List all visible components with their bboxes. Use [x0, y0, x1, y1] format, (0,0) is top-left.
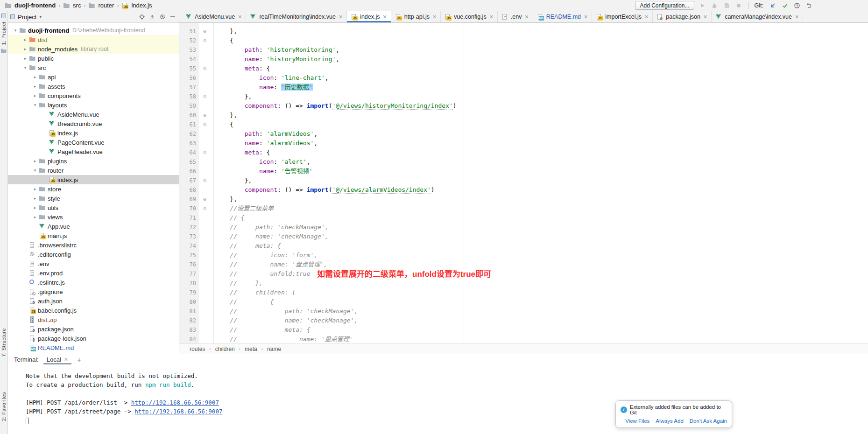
fold-marker-icon[interactable]: ⊖	[196, 204, 213, 213]
chevron-right-icon[interactable]: ▸	[31, 159, 39, 163]
code-line[interactable]: 71 // {	[179, 213, 868, 223]
tree-item[interactable]: PageHeader.vue	[8, 147, 179, 156]
code-line[interactable]: 53 path: 'historyMonitoring',	[179, 45, 868, 55]
code-line[interactable]: 77 // unfold:true	[179, 269, 868, 279]
chevron-down-icon[interactable]: ▾	[21, 65, 29, 70]
tree-item[interactable]: ▸assets	[8, 82, 179, 91]
chevron-right-icon[interactable]: ▸	[21, 47, 29, 51]
code-line[interactable]: 75 // icon: 'form',	[179, 251, 868, 260]
tree-item[interactable]: ▾src	[8, 63, 179, 72]
tree-item[interactable]: ▾layouts	[8, 100, 179, 110]
close-icon[interactable]: ✕	[339, 14, 343, 20]
editor-tab[interactable]: JSvue.config.js✕	[441, 11, 498, 22]
breadcrumb-item[interactable]: index.js	[131, 2, 152, 9]
tree-item[interactable]: ▸api	[8, 72, 179, 82]
tree-item[interactable]: ▾router	[8, 166, 179, 175]
code-line[interactable]: 55⊖ meta: {	[179, 64, 868, 73]
code-line[interactable]: 57 name: '历史数据'	[179, 83, 868, 92]
tree-item[interactable]: ▸node_moduleslibrary root	[8, 44, 179, 54]
tree-item[interactable]: .env.prod	[8, 268, 179, 278]
editor-tab[interactable]: JShttp-api.js✕	[391, 11, 441, 22]
chevron-down-icon[interactable]: ▾	[31, 103, 39, 107]
close-icon[interactable]: ✕	[703, 14, 707, 20]
tree-item[interactable]: Breadcrumb.vue	[8, 119, 179, 128]
chevron-right-icon[interactable]: ▸	[21, 56, 29, 61]
close-icon[interactable]: ✕	[64, 357, 68, 363]
fold-marker-icon[interactable]: ⊖	[196, 176, 213, 185]
tree-item[interactable]: App.vue	[8, 222, 179, 231]
tree-item[interactable]: {}package.json	[8, 324, 179, 334]
tree-item[interactable]: .browserslistrc	[8, 240, 179, 250]
fold-marker-icon[interactable]: ⊖	[196, 148, 213, 157]
tree-item[interactable]: {}package-lock.json	[8, 334, 179, 343]
git-commit-icon[interactable]	[781, 1, 789, 9]
chevron-right-icon[interactable]: ▸	[31, 196, 39, 201]
editor-breadcrumb-item[interactable]: name	[267, 346, 281, 352]
code-line[interactable]: 54 name: 'historyMonitoring',	[179, 55, 868, 64]
chevron-right-icon[interactable]: ▸	[31, 93, 39, 98]
code-line[interactable]: 72 // path: 'checkManage',	[179, 223, 868, 232]
tree-item[interactable]: MDREADME.md	[8, 343, 179, 352]
editor-tab[interactable]: realTimeMonitoring\index.vue✕	[246, 11, 347, 22]
tree-item[interactable]: ▸views	[8, 212, 179, 222]
editor-tab[interactable]: AsideMenu.vue✕	[182, 11, 246, 22]
editor-breadcrumb-item[interactable]: children	[215, 346, 235, 352]
chevron-right-icon[interactable]: ▸	[31, 187, 39, 191]
code-line[interactable]: 78 // },	[179, 279, 868, 288]
notification-action-link[interactable]: Don't Ask Again	[690, 418, 727, 424]
fold-marker-icon[interactable]: ⊖	[196, 27, 213, 36]
code-line[interactable]: 69⊖ },	[179, 195, 868, 204]
code-line[interactable]: 62 path: 'alarmVideos',	[179, 129, 868, 139]
code-line[interactable]: 67⊖ },	[179, 176, 868, 185]
tree-item[interactable]: PageContent.vue	[8, 138, 179, 147]
code-line[interactable]: 51⊖ },	[179, 27, 868, 36]
chevron-right-icon[interactable]: ▸	[31, 75, 39, 79]
breadcrumb-item[interactable]: duoji-frontend	[14, 2, 56, 9]
close-icon[interactable]: ✕	[489, 14, 494, 20]
code-line[interactable]: 58⊖ },	[179, 92, 868, 101]
tree-item[interactable]: JSindex.js	[8, 175, 179, 184]
editor-tab[interactable]: JSimportExcel.js✕	[592, 11, 653, 22]
code-line[interactable]: 52⊖ {	[179, 36, 868, 45]
close-icon[interactable]: ✕	[795, 14, 799, 20]
tree-item[interactable]: dist.zip	[8, 315, 179, 324]
stripe-tab-favorites[interactable]: 2: Favorites	[1, 392, 7, 421]
git-rollback-icon[interactable]	[805, 1, 813, 9]
code-line[interactable]: 59 component: () => import('@/views/hist…	[179, 101, 868, 111]
tree-item[interactable]: JSindex.js	[8, 128, 179, 138]
tree-item[interactable]: AsideMenu.vue	[8, 110, 179, 119]
tree-item[interactable]: .env	[8, 259, 179, 268]
tree-item[interactable]: JSmain.js	[8, 231, 179, 240]
close-icon[interactable]: ✕	[432, 14, 437, 20]
fold-marker-icon[interactable]: ⊖	[196, 195, 213, 204]
project-view-selector[interactable]: Project	[18, 14, 36, 21]
tree-item[interactable]: ▾duoji-frontendD:\zheheWeb\duoji-fronten…	[8, 26, 179, 35]
tree-item[interactable]: ▸plugins	[8, 156, 179, 166]
tree-item[interactable]: .eslintrc.js	[8, 278, 179, 287]
close-icon[interactable]: ✕	[238, 14, 242, 20]
code-line[interactable]: 81 // path: 'checkManage',	[179, 307, 868, 316]
code-line[interactable]: 73 // name: 'checkManage',	[179, 232, 868, 241]
hide-panel-icon[interactable]	[169, 13, 176, 21]
code-line[interactable]: 61⊖ {	[179, 120, 868, 129]
add-configuration-button[interactable]: Add Configuration...	[635, 1, 694, 10]
chevron-right-icon[interactable]: ▸	[21, 37, 29, 42]
breadcrumb-item[interactable]: src	[73, 2, 81, 9]
stripe-tab-structure[interactable]: 7: Structure	[1, 328, 7, 357]
code-line[interactable]: 70⊖ //设置二级菜单	[179, 204, 868, 213]
chevron-right-icon[interactable]: ▸	[31, 84, 39, 89]
fold-marker-icon[interactable]: ⊖	[196, 64, 213, 73]
code-line[interactable]: 68 component: () => import('@/views/alar…	[179, 185, 868, 195]
code-line[interactable]: 60⊖ },	[179, 111, 868, 120]
terminal-link[interactable]: http://192.168.66.56:9007	[134, 408, 222, 415]
tree-item[interactable]: ▸style	[8, 194, 179, 203]
tree-item[interactable]: ▸components	[8, 91, 179, 100]
tree-item[interactable]: .gitignore	[8, 287, 179, 296]
code-line[interactable]: 80 // {	[179, 297, 868, 307]
fold-marker-icon[interactable]: ⊖	[196, 92, 213, 101]
editor-breadcrumb-item[interactable]: meta	[245, 346, 257, 352]
settings-gear-icon[interactable]	[159, 13, 166, 21]
stop-icon[interactable]	[735, 1, 743, 9]
code-line[interactable]: 84 // name: '盘点管理'	[179, 335, 868, 343]
coverage-icon[interactable]	[723, 1, 731, 9]
